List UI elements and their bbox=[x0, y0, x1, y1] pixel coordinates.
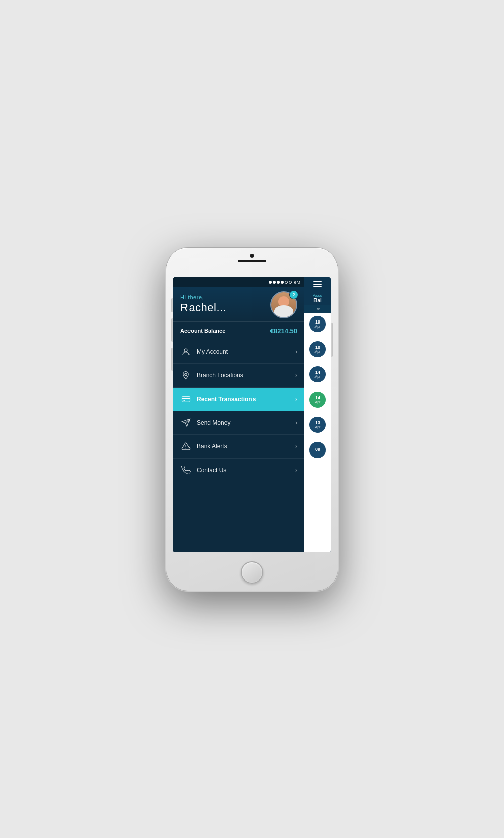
home-button[interactable] bbox=[241, 561, 263, 584]
timeline-circle-4: 13 Apr bbox=[309, 417, 326, 433]
right-card-label: Re bbox=[316, 307, 320, 311]
timeline-month-3: Apr bbox=[315, 400, 321, 404]
front-camera bbox=[250, 254, 254, 258]
greeting-text: Hi there, bbox=[180, 294, 204, 300]
timeline-circle-2: 14 Apr bbox=[309, 366, 326, 382]
right-balance-label: Bal bbox=[306, 298, 329, 303]
signal-dots bbox=[269, 281, 292, 284]
menu-item-left: My Account bbox=[180, 346, 228, 357]
send-money-label: Send Money bbox=[197, 419, 230, 426]
phone-frame: eM Hi there, Rachel... 2 Account Balan bbox=[166, 248, 338, 591]
menu-item-my-account[interactable]: My Account › bbox=[173, 340, 304, 364]
signal-dot-1 bbox=[269, 281, 272, 284]
timeline-circle-5: 09 bbox=[309, 442, 326, 458]
signal-dot-6 bbox=[289, 281, 292, 284]
timeline-item-3: 14 Apr bbox=[309, 389, 326, 411]
timeline-item-1: 18 Apr bbox=[309, 338, 326, 360]
timeline-month-2: Apr bbox=[315, 375, 321, 378]
timeline-day-4: 13 bbox=[315, 421, 320, 425]
contact-us-chevron: › bbox=[295, 467, 297, 474]
right-card-section: Re bbox=[304, 305, 331, 313]
timeline-day-1: 18 bbox=[315, 345, 320, 350]
timeline-month-4: Apr bbox=[315, 425, 321, 429]
contact-us-label: Contact Us bbox=[197, 467, 226, 474]
send-money-chevron: › bbox=[295, 419, 297, 426]
branch-locations-chevron: › bbox=[295, 372, 297, 379]
signal-dot-4 bbox=[281, 281, 284, 284]
right-account-section: Acco Bal bbox=[304, 291, 331, 305]
screen: eM Hi there, Rachel... 2 Account Balan bbox=[173, 277, 331, 552]
balance-amount: €8214.50 bbox=[270, 327, 297, 335]
signal-dot-5 bbox=[285, 281, 288, 284]
hamburger-icon[interactable] bbox=[313, 281, 322, 287]
menu-item-send-money[interactable]: Send Money › bbox=[173, 411, 304, 435]
timeline-day-5: 09 bbox=[315, 447, 320, 452]
my-account-label: My Account bbox=[197, 348, 228, 355]
svg-rect-2 bbox=[182, 396, 190, 402]
menu-list: My Account › Branch Locations › bbox=[173, 340, 304, 552]
svg-point-0 bbox=[184, 349, 187, 352]
menu-item-left: Bank Alerts bbox=[180, 441, 227, 452]
avatar-container[interactable]: 2 bbox=[270, 291, 297, 318]
menu-item-branch-locations[interactable]: Branch Locations › bbox=[173, 364, 304, 388]
timeline-circle-1: 18 Apr bbox=[309, 341, 326, 357]
card-icon bbox=[180, 394, 192, 405]
timeline-item-4: 13 Apr bbox=[309, 414, 326, 436]
hamburger-line-1 bbox=[313, 281, 322, 282]
hamburger-line-2 bbox=[313, 284, 322, 285]
menu-item-left: Recent Transactions bbox=[180, 394, 256, 405]
signal-dot-3 bbox=[277, 281, 280, 284]
status-bar: eM bbox=[173, 277, 304, 287]
recent-transactions-label: Recent Transactions bbox=[197, 396, 256, 403]
right-account-label: Acco bbox=[306, 293, 329, 298]
my-account-chevron: › bbox=[295, 348, 297, 355]
timeline-item-0: 19 Apr bbox=[309, 313, 326, 335]
header-section: Hi there, Rachel... 2 bbox=[173, 287, 304, 321]
menu-item-left: Contact Us bbox=[180, 465, 226, 476]
top-notch bbox=[238, 254, 266, 262]
timeline-day-2: 14 bbox=[315, 370, 320, 375]
bank-alerts-chevron: › bbox=[295, 443, 297, 450]
menu-item-left: Branch Locations bbox=[180, 370, 243, 381]
notification-badge: 2 bbox=[289, 290, 298, 299]
person-icon bbox=[180, 346, 192, 357]
signal-dot-2 bbox=[273, 281, 276, 284]
balance-label: Account Balance bbox=[180, 328, 225, 334]
timeline-day-3: 14 bbox=[315, 396, 320, 400]
location-icon bbox=[180, 370, 192, 381]
timeline-circle-3: 14 Apr bbox=[309, 392, 326, 408]
timeline-month-0: Apr bbox=[315, 325, 321, 328]
send-icon bbox=[180, 417, 192, 428]
right-header bbox=[304, 277, 331, 291]
menu-item-recent-transactions[interactable]: Recent Transactions › bbox=[173, 388, 304, 411]
timeline-day-0: 19 bbox=[315, 320, 320, 325]
hamburger-line-3 bbox=[313, 286, 322, 287]
balance-row[interactable]: Account Balance €8214.50 bbox=[173, 321, 304, 340]
menu-item-contact-us[interactable]: Contact Us › bbox=[173, 459, 304, 482]
svg-point-1 bbox=[185, 373, 187, 376]
timeline-circle-0: 19 Apr bbox=[309, 316, 326, 332]
branch-locations-label: Branch Locations bbox=[197, 372, 243, 379]
menu-item-bank-alerts[interactable]: Bank Alerts › bbox=[173, 435, 304, 459]
carrier-label: eM bbox=[294, 280, 300, 285]
right-panel: Acco Bal Re 19 Apr 18 bbox=[304, 277, 331, 552]
timeline-item-2: 14 Apr bbox=[309, 363, 326, 385]
earpiece-speaker bbox=[238, 260, 266, 262]
alert-icon bbox=[180, 441, 192, 452]
main-panel: eM Hi there, Rachel... 2 Account Balan bbox=[173, 277, 304, 552]
phone-icon bbox=[180, 465, 192, 476]
power-button[interactable] bbox=[331, 323, 333, 357]
bank-alerts-label: Bank Alerts bbox=[197, 443, 227, 450]
menu-item-left: Send Money bbox=[180, 417, 230, 428]
timeline-month-1: Apr bbox=[315, 350, 321, 353]
recent-transactions-chevron: › bbox=[295, 396, 297, 403]
timeline-item-5: 09 bbox=[309, 439, 326, 461]
